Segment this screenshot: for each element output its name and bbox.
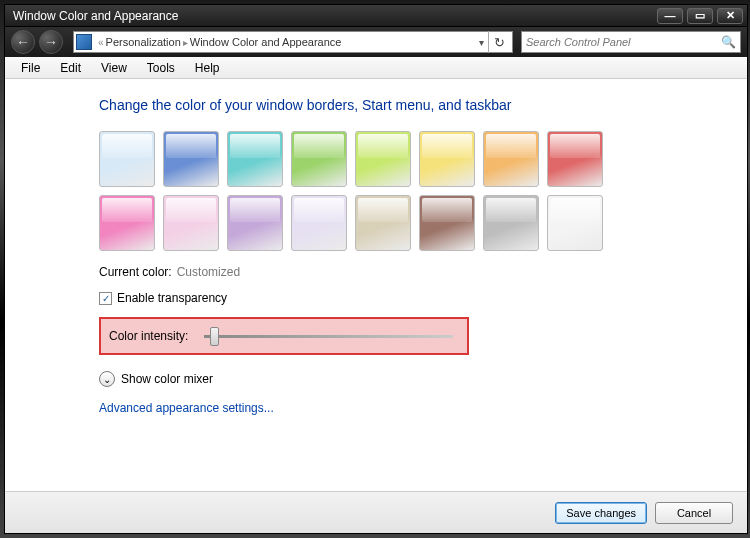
window-frame: Window Color and Appearance — ▭ ✕ ← → « … [4, 4, 748, 534]
color-swatch-slate[interactable] [483, 195, 539, 251]
menu-view[interactable]: View [91, 59, 137, 77]
color-swatch-twilight[interactable] [163, 131, 219, 187]
color-swatch-chocolate[interactable] [419, 195, 475, 251]
menu-help[interactable]: Help [185, 59, 230, 77]
search-box[interactable]: 🔍 [521, 31, 741, 53]
breadcrumb-overflow-icon[interactable]: « [96, 37, 106, 48]
color-swatch-pumpkin[interactable] [483, 131, 539, 187]
breadcrumb-personalization[interactable]: Personalization [106, 36, 181, 48]
close-button[interactable]: ✕ [717, 8, 743, 24]
menu-tools[interactable]: Tools [137, 59, 185, 77]
color-swatch-frost[interactable] [547, 195, 603, 251]
save-changes-button[interactable]: Save changes [555, 502, 647, 524]
page-heading: Change the color of your window borders,… [99, 97, 721, 113]
color-swatch-blush[interactable] [163, 195, 219, 251]
color-swatch-fuchsia[interactable] [99, 195, 155, 251]
search-input[interactable] [526, 36, 721, 48]
color-swatch-ruby[interactable] [547, 131, 603, 187]
breadcrumb-window-color[interactable]: Window Color and Appearance [190, 36, 342, 48]
color-intensity-label: Color intensity: [109, 329, 188, 343]
color-swatch-sun[interactable] [419, 131, 475, 187]
footer-bar: Save changes Cancel [5, 491, 747, 533]
color-swatch-sea[interactable] [227, 131, 283, 187]
current-color-label: Current color: [99, 265, 172, 279]
chevron-right-icon: ▸ [181, 37, 190, 48]
show-color-mixer-label: Show color mixer [121, 372, 213, 386]
show-color-mixer-toggle[interactable]: ⌄ Show color mixer [99, 371, 721, 387]
search-icon[interactable]: 🔍 [721, 35, 736, 49]
color-swatch-leaf[interactable] [291, 131, 347, 187]
forward-button[interactable]: → [39, 30, 63, 54]
maximize-button[interactable]: ▭ [687, 8, 713, 24]
color-swatch-sky[interactable] [99, 131, 155, 187]
enable-transparency-checkbox[interactable]: ✓ [99, 292, 112, 305]
control-panel-icon [76, 34, 92, 50]
color-swatch-violet[interactable] [227, 195, 283, 251]
color-swatch-taupe[interactable] [355, 195, 411, 251]
color-swatch-lime[interactable] [355, 131, 411, 187]
minimize-button[interactable]: — [657, 8, 683, 24]
titlebar[interactable]: Window Color and Appearance — ▭ ✕ [5, 5, 747, 27]
slider-thumb[interactable] [210, 327, 219, 346]
menu-file[interactable]: File [11, 59, 50, 77]
menu-edit[interactable]: Edit [50, 59, 91, 77]
advanced-appearance-link[interactable]: Advanced appearance settings... [99, 401, 721, 415]
current-color-value: Customized [177, 265, 240, 279]
refresh-button[interactable]: ↻ [488, 31, 510, 53]
cancel-button[interactable]: Cancel [655, 502, 733, 524]
color-intensity-highlight: Color intensity: [99, 317, 469, 355]
color-swatch-grid [99, 131, 659, 251]
color-intensity-slider[interactable] [204, 335, 453, 338]
content-area: Change the color of your window borders,… [5, 79, 747, 491]
chevron-down-icon: ⌄ [99, 371, 115, 387]
menu-bar: File Edit View Tools Help [5, 57, 747, 79]
address-bar[interactable]: « Personalization ▸ Window Color and App… [73, 31, 513, 53]
navigation-bar: ← → « Personalization ▸ Window Color and… [5, 27, 747, 57]
address-dropdown-icon[interactable]: ▾ [475, 37, 488, 48]
enable-transparency-label: Enable transparency [117, 291, 227, 305]
color-swatch-lavender[interactable] [291, 195, 347, 251]
back-button[interactable]: ← [11, 30, 35, 54]
window-title: Window Color and Appearance [9, 9, 657, 23]
